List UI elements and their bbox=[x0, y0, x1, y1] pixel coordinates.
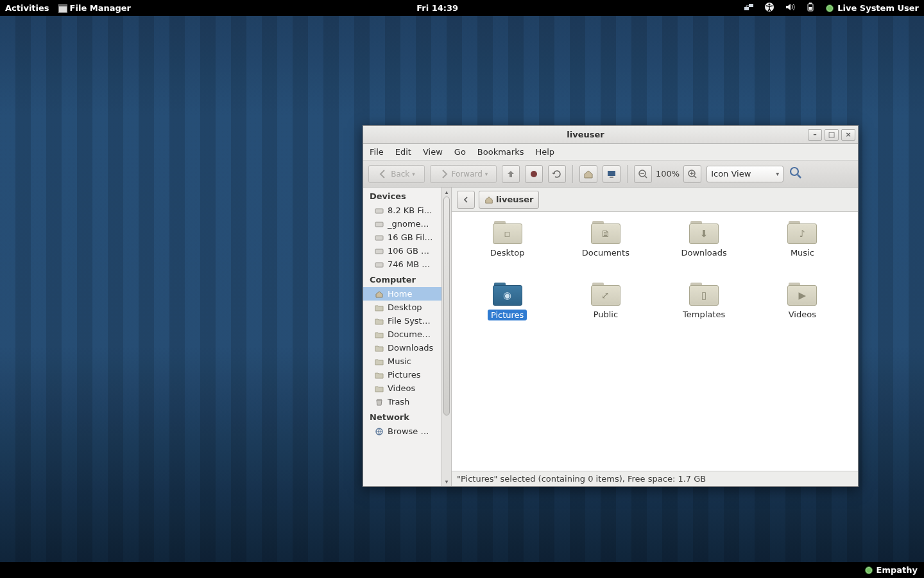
sidebar-item-device[interactable]: 746 MB … bbox=[363, 258, 441, 271]
sidebar-item-docume[interactable]: Docume… bbox=[363, 328, 441, 341]
home-icon bbox=[484, 195, 493, 204]
svg-rect-15 bbox=[375, 236, 383, 240]
folder-label: Public bbox=[594, 310, 618, 319]
menu-edit[interactable]: Edit bbox=[395, 147, 411, 157]
home-button[interactable] bbox=[579, 165, 597, 183]
sidebar-item-videos[interactable]: Videos bbox=[363, 381, 441, 395]
empathy-indicator[interactable]: Empathy bbox=[877, 565, 918, 575]
window-title: liveuser bbox=[363, 130, 808, 139]
back-button[interactable]: Back ▾ bbox=[368, 165, 425, 183]
arrow-up-icon bbox=[506, 169, 516, 179]
sidebar-item-desktop[interactable]: Desktop bbox=[363, 301, 441, 314]
minimize-button[interactable]: – bbox=[808, 129, 822, 141]
forward-label: Forward bbox=[452, 170, 483, 179]
menubar: File Edit View Go Bookmarks Help bbox=[363, 144, 858, 161]
svg-rect-0 bbox=[744, 7, 749, 10]
forward-button[interactable]: Forward ▾ bbox=[430, 165, 497, 183]
sidebar-item-filesyst[interactable]: File Syst… bbox=[363, 314, 441, 328]
battery-icon[interactable] bbox=[805, 2, 816, 14]
folder-desktop[interactable]: ▫Desktop bbox=[490, 221, 525, 280]
scrollbar-thumb[interactable] bbox=[443, 197, 450, 416]
sidebar-item-device[interactable]: _gnome… bbox=[363, 217, 441, 231]
titlebar[interactable]: liveuser – □ × bbox=[363, 126, 858, 144]
reload-button[interactable] bbox=[548, 165, 566, 183]
file-manager-icon bbox=[58, 4, 67, 13]
active-app-indicator[interactable]: File Manager bbox=[58, 3, 131, 13]
folder-label: Music bbox=[791, 248, 814, 258]
sidebar-item-trash[interactable]: Trash bbox=[363, 395, 441, 408]
view-mode-label: Icon View bbox=[711, 169, 751, 179]
arrow-right-icon bbox=[439, 169, 449, 179]
active-app-label: File Manager bbox=[70, 3, 131, 13]
folder-public[interactable]: ⤢Public bbox=[591, 283, 620, 342]
zoom-out-button[interactable] bbox=[634, 165, 652, 183]
home-icon bbox=[583, 169, 594, 179]
sidebar-head-computer: Computer bbox=[363, 271, 441, 287]
arrow-left-icon bbox=[378, 169, 388, 179]
computer-icon bbox=[606, 169, 617, 179]
sidebar-item-network[interactable]: Browse … bbox=[363, 425, 441, 438]
stop-button[interactable] bbox=[525, 165, 543, 183]
menu-go[interactable]: Go bbox=[454, 147, 466, 157]
folder-downloads[interactable]: ⬇Downloads bbox=[681, 221, 726, 280]
zoom-out-icon bbox=[638, 169, 648, 179]
zoom-in-icon bbox=[687, 169, 697, 179]
sidebar-item-home[interactable]: Home bbox=[363, 287, 441, 301]
scroll-up-icon: ▴ bbox=[442, 188, 451, 197]
sidebar-item-device[interactable]: 106 GB … bbox=[363, 244, 441, 258]
user-menu[interactable]: Live System User bbox=[826, 3, 919, 13]
chevron-left-icon bbox=[463, 197, 469, 203]
folder-documents[interactable]: 🗎Documents bbox=[582, 221, 629, 280]
path-back-button[interactable] bbox=[457, 191, 475, 209]
view-mode-select[interactable]: Icon View ▾ bbox=[706, 166, 783, 182]
main-pane: liveuser ▫Desktop🗎Documents⬇Downloads♪Mu… bbox=[452, 188, 858, 486]
zoom-in-button[interactable] bbox=[683, 165, 701, 183]
clock[interactable]: Fri 14:39 bbox=[131, 3, 744, 13]
maximize-button[interactable]: □ bbox=[825, 129, 839, 141]
up-button[interactable] bbox=[502, 165, 520, 183]
sidebar-item-downloads[interactable]: Downloads bbox=[363, 341, 441, 355]
sidebar-scrollbar[interactable]: ▴ ▾ bbox=[441, 188, 451, 486]
folder-label: Pictures bbox=[488, 310, 527, 320]
menu-file[interactable]: File bbox=[370, 147, 384, 157]
presence-available-icon bbox=[826, 4, 834, 12]
accessibility-icon[interactable] bbox=[764, 2, 774, 14]
close-button[interactable]: × bbox=[841, 129, 855, 141]
file-manager-window: liveuser – □ × File Edit View Go Bookmar… bbox=[363, 125, 859, 487]
folder-videos[interactable]: ▶Videos bbox=[787, 283, 817, 342]
folder-label: Downloads bbox=[681, 248, 726, 258]
folder-music[interactable]: ♪Music bbox=[787, 221, 817, 280]
pathbar: liveuser bbox=[452, 188, 858, 212]
menu-bookmarks[interactable]: Bookmarks bbox=[477, 147, 524, 157]
svg-rect-9 bbox=[610, 177, 613, 178]
menu-help[interactable]: Help bbox=[535, 147, 554, 157]
sidebar-item-pictures[interactable]: Pictures bbox=[363, 368, 441, 381]
activities-button[interactable]: Activities bbox=[5, 3, 49, 13]
volume-icon[interactable] bbox=[785, 2, 795, 14]
sidebar-item-music[interactable]: Music bbox=[363, 355, 441, 368]
path-segment-home[interactable]: liveuser bbox=[479, 191, 539, 209]
svg-rect-8 bbox=[608, 171, 615, 176]
folder-pictures[interactable]: ◉Pictures bbox=[488, 283, 527, 342]
folder-templates[interactable]: ▯Templates bbox=[683, 283, 725, 342]
svg-rect-16 bbox=[375, 249, 383, 254]
sidebar-head-network: Network bbox=[363, 408, 441, 425]
sidebar-item-device[interactable]: 8.2 KB Fi… bbox=[363, 204, 441, 217]
menu-view[interactable]: View bbox=[423, 147, 443, 157]
svg-rect-17 bbox=[375, 263, 383, 267]
network-icon[interactable] bbox=[744, 2, 754, 14]
sidebar-item-device[interactable]: 16 GB Fil… bbox=[363, 231, 441, 244]
bottom-panel: Empathy bbox=[0, 562, 924, 578]
computer-button[interactable] bbox=[603, 165, 620, 183]
zoom-controls: 100% bbox=[634, 165, 701, 183]
zoom-level: 100% bbox=[656, 169, 680, 179]
search-button[interactable] bbox=[789, 166, 803, 182]
svg-rect-14 bbox=[375, 222, 383, 227]
sidebar-head-devices: Devices bbox=[363, 188, 441, 204]
places-sidebar: Devices8.2 KB Fi…_gnome…16 GB Fil…106 GB… bbox=[363, 188, 452, 486]
folder-label: Documents bbox=[582, 248, 629, 258]
folder-icon: ♪ bbox=[787, 221, 817, 244]
back-label: Back bbox=[391, 170, 409, 179]
icon-view[interactable]: ▫Desktop🗎Documents⬇Downloads♪Music◉Pictu… bbox=[452, 212, 858, 471]
status-text: "Pictures" selected (containing 0 items)… bbox=[457, 474, 706, 484]
